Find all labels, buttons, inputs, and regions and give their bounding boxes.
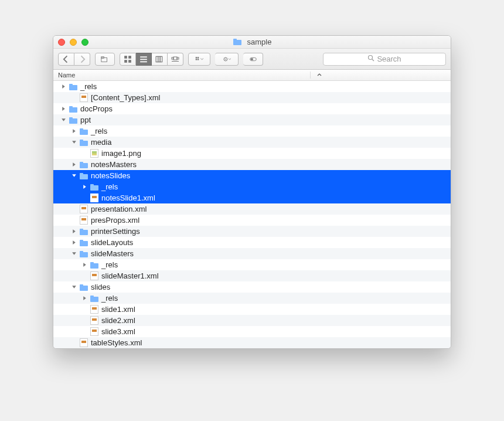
- disclosure-triangle[interactable]: [81, 296, 87, 301]
- folder-row[interactable]: _rels: [53, 293, 451, 304]
- disclosure-triangle[interactable]: [71, 140, 77, 145]
- search-field[interactable]: Search: [323, 53, 446, 66]
- disclosure-triangle: [81, 318, 87, 324]
- disclosure-triangle[interactable]: [71, 229, 77, 235]
- folder-icon: [79, 138, 88, 147]
- disclosure-triangle[interactable]: [60, 106, 66, 112]
- folder-icon: [69, 82, 78, 91]
- folder-icon: [79, 283, 88, 292]
- item-label: notesMasters: [91, 160, 137, 169]
- file-row[interactable]: slide3.xml: [53, 326, 451, 337]
- svg-point-26: [369, 56, 373, 60]
- svg-rect-35: [80, 128, 83, 130]
- disclosure-triangle: [81, 329, 87, 335]
- icon-view-button[interactable]: [120, 53, 136, 66]
- file-row[interactable]: slide1.xml: [53, 304, 451, 315]
- forward-button[interactable]: [74, 53, 90, 66]
- file-row[interactable]: image1.png: [53, 148, 451, 159]
- disclosure-triangle[interactable]: [71, 162, 77, 168]
- item-label: slide3.xml: [101, 327, 135, 336]
- disclosure-triangle[interactable]: [71, 284, 77, 290]
- folder-row[interactable]: slideMasters: [53, 248, 451, 259]
- svg-rect-45: [80, 229, 83, 230]
- back-button[interactable]: [58, 53, 74, 66]
- svg-rect-28: [69, 85, 77, 90]
- file-list[interactable]: _rels[Content_Types].xmldocPropsppt_rels…: [53, 81, 451, 348]
- folder-row[interactable]: slideLayouts: [53, 237, 451, 248]
- disclosure-triangle[interactable]: [71, 240, 77, 246]
- svg-rect-9: [140, 59, 147, 60]
- sort-indicator[interactable]: [310, 72, 328, 79]
- folder-row[interactable]: _rels: [53, 259, 451, 270]
- titlebar[interactable]: sample: [53, 36, 451, 49]
- svg-rect-42: [90, 185, 98, 191]
- svg-rect-33: [69, 117, 73, 119]
- item-label: _rels: [101, 260, 118, 269]
- file-row[interactable]: presProps.xml: [53, 215, 451, 226]
- folder-row[interactable]: media: [53, 137, 451, 148]
- disclosure-triangle[interactable]: [81, 184, 87, 190]
- file-row[interactable]: notesSlide1.xml: [53, 192, 451, 203]
- folder-row[interactable]: _rels: [53, 125, 451, 137]
- folder-row[interactable]: _rels: [53, 181, 451, 192]
- disclosure-triangle[interactable]: [81, 262, 87, 268]
- folder-row[interactable]: docProps: [53, 103, 451, 114]
- folder-row[interactable]: printerSettings: [53, 226, 451, 237]
- path-button[interactable]: [95, 53, 115, 66]
- arrange-button[interactable]: [188, 53, 210, 66]
- folder-row[interactable]: _rels: [53, 81, 451, 92]
- svg-rect-30: [69, 107, 77, 113]
- file-row[interactable]: slide2.xml: [53, 315, 451, 326]
- view-buttons: [120, 53, 183, 66]
- name-column[interactable]: Name: [53, 72, 310, 79]
- window-controls: [58, 39, 88, 46]
- disclosure-triangle: [71, 340, 77, 346]
- column-header[interactable]: Name: [53, 70, 451, 81]
- svg-rect-47: [80, 240, 83, 242]
- folder-row[interactable]: slides: [53, 281, 451, 293]
- close-button[interactable]: [58, 39, 65, 46]
- disclosure-triangle[interactable]: [71, 128, 77, 134]
- svg-rect-50: [90, 263, 98, 269]
- maximize-button[interactable]: [81, 39, 88, 46]
- coverflow-view-button[interactable]: [168, 53, 183, 66]
- file-row[interactable]: [Content_Types].xml: [53, 92, 451, 103]
- disclosure-triangle[interactable]: [71, 173, 77, 179]
- svg-rect-39: [80, 162, 83, 164]
- folder-row[interactable]: ppt: [53, 114, 451, 125]
- item-label: tableStyles.xml: [91, 338, 142, 347]
- file-row[interactable]: tableStyles.xml: [53, 337, 451, 348]
- svg-rect-17: [172, 61, 179, 62]
- file-row[interactable]: slideMaster1.xml: [53, 270, 451, 281]
- folder-icon: [69, 104, 78, 114]
- xml-file-icon: [79, 338, 88, 348]
- disclosure-triangle[interactable]: [71, 251, 77, 257]
- folder-icon: [69, 116, 78, 125]
- file-row[interactable]: presentation.xml: [53, 203, 451, 215]
- folder-row[interactable]: notesSlides: [53, 170, 451, 181]
- svg-rect-44: [80, 230, 88, 235]
- svg-rect-7: [128, 60, 131, 63]
- action-button[interactable]: [215, 53, 239, 66]
- svg-rect-31: [69, 106, 73, 108]
- share-button[interactable]: [243, 53, 263, 66]
- item-label: slideMaster1.xml: [101, 271, 159, 280]
- item-label: _rels: [101, 182, 118, 191]
- svg-rect-0: [233, 40, 241, 45]
- image-file-icon: [90, 149, 99, 158]
- svg-rect-48: [80, 252, 88, 257]
- xml-file-icon: [79, 205, 88, 214]
- list-view-button[interactable]: [136, 53, 152, 66]
- folder-row[interactable]: notesMasters: [53, 159, 451, 170]
- item-label: notesSlides: [91, 171, 130, 180]
- column-view-button[interactable]: [152, 53, 168, 66]
- disclosure-triangle[interactable]: [60, 117, 66, 123]
- minimize-button[interactable]: [70, 39, 77, 46]
- disclosure-triangle: [81, 151, 87, 157]
- svg-point-23: [225, 59, 226, 60]
- disclosure-triangle[interactable]: [60, 84, 66, 90]
- xml-file-icon: [90, 193, 99, 203]
- search-placeholder: Search: [377, 55, 401, 63]
- disclosure-triangle: [71, 95, 77, 101]
- folder-icon: [90, 294, 99, 303]
